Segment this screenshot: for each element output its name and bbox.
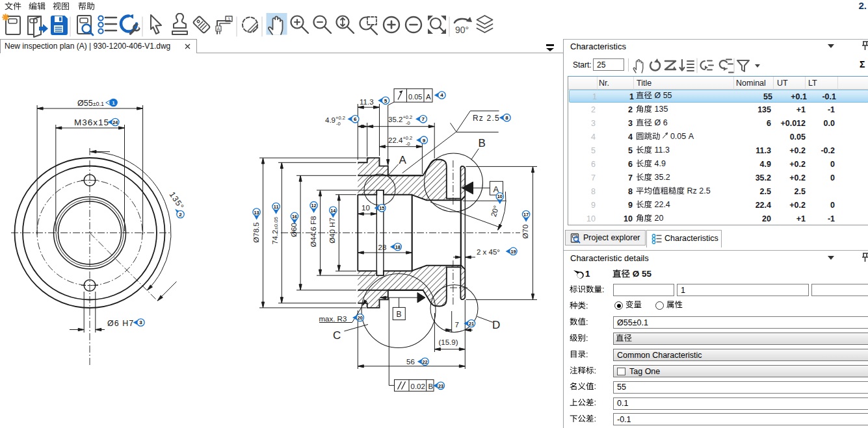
svg-text:15: 15 xyxy=(379,205,384,211)
svg-text:0.02: 0.02 xyxy=(411,383,425,390)
svg-text:4: 4 xyxy=(440,92,443,98)
svg-text:7: 7 xyxy=(455,321,459,329)
svg-text:Ø55±0.1: Ø55±0.1 xyxy=(77,99,104,108)
svg-text:10: 10 xyxy=(362,204,370,212)
svg-text:1: 1 xyxy=(112,100,115,106)
svg-text:B: B xyxy=(428,383,434,390)
svg-text:D: D xyxy=(492,319,500,331)
svg-text:Ø40 H7: Ø40 H7 xyxy=(328,218,336,244)
svg-text:56: 56 xyxy=(406,358,415,366)
svg-text:0.05: 0.05 xyxy=(408,93,422,101)
svg-text:22: 22 xyxy=(423,359,428,365)
svg-text:23: 23 xyxy=(438,383,443,389)
svg-text:2 x 45°: 2 x 45° xyxy=(477,248,500,256)
svg-text:Ø6 H7: Ø6 H7 xyxy=(107,319,134,328)
svg-text:20: 20 xyxy=(358,315,363,321)
svg-text:Ø70: Ø70 xyxy=(521,225,529,239)
svg-text:A: A xyxy=(399,154,407,166)
svg-text:11: 11 xyxy=(274,204,279,210)
svg-text:Rz 2.5: Rz 2.5 xyxy=(473,114,500,123)
svg-text:A: A xyxy=(426,93,431,101)
svg-text:B: B xyxy=(397,310,402,319)
svg-text:6: 6 xyxy=(354,116,357,122)
svg-text:90°: 90° xyxy=(455,25,469,35)
svg-text:A: A xyxy=(493,184,499,194)
svg-text:Ø78.5: Ø78.5 xyxy=(252,222,260,242)
svg-text:max. R3: max. R3 xyxy=(319,315,347,323)
svg-text:12: 12 xyxy=(311,203,317,208)
svg-text:74.2±0.05: 74.2±0.05 xyxy=(271,216,279,244)
svg-text:24: 24 xyxy=(112,120,118,125)
svg-text:1: 1 xyxy=(228,16,231,22)
svg-text:Ø44.6 F8: Ø44.6 F8 xyxy=(309,216,317,247)
svg-text:16: 16 xyxy=(292,214,297,220)
svg-text:20°: 20° xyxy=(490,205,501,218)
svg-text:135°: 135° xyxy=(168,190,186,212)
svg-text:-0: -0 xyxy=(336,121,341,127)
svg-text:(15.9): (15.9) xyxy=(439,338,458,346)
svg-text:-0: -0 xyxy=(406,120,410,126)
svg-text:21: 21 xyxy=(469,321,474,327)
svg-text:8: 8 xyxy=(505,115,508,121)
svg-text:9: 9 xyxy=(423,138,426,144)
svg-text:13: 13 xyxy=(254,210,259,216)
svg-text:2: 2 xyxy=(179,212,182,218)
svg-text:28: 28 xyxy=(378,244,387,251)
svg-text:3: 3 xyxy=(139,320,142,325)
svg-text:14: 14 xyxy=(330,208,335,214)
svg-text:4.9+0.2: 4.9+0.2 xyxy=(325,115,345,124)
svg-text:11.3: 11.3 xyxy=(360,98,374,106)
svg-text:C: C xyxy=(333,329,341,342)
svg-text:M36x15: M36x15 xyxy=(74,118,109,127)
svg-text:17: 17 xyxy=(523,212,529,218)
svg-text:A: A xyxy=(217,27,220,31)
svg-text:B: B xyxy=(479,137,486,149)
svg-text:Ø60: Ø60 xyxy=(290,223,298,237)
svg-text:7: 7 xyxy=(422,116,425,122)
svg-text:5: 5 xyxy=(384,98,388,104)
svg-text:10: 10 xyxy=(497,194,503,199)
svg-text:19: 19 xyxy=(510,249,516,255)
svg-text:18: 18 xyxy=(395,244,401,250)
svg-text:-0: -0 xyxy=(406,141,410,147)
